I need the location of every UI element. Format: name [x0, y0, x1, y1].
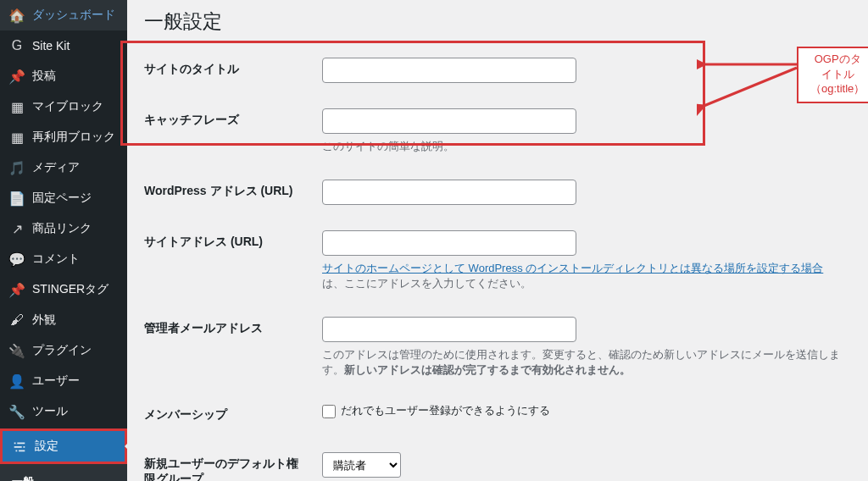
site-title-label: サイトのタイトル	[144, 45, 314, 96]
nav-label: 固定ページ	[32, 191, 92, 206]
callout-line2: （og:title）	[810, 81, 865, 97]
settings-form-table: サイトのタイトル キャッチフレーズ このサイトの簡単な説明。 WordPress…	[144, 45, 851, 481]
nav-sitekit[interactable]: GSite Kit	[0, 30, 127, 61]
tagline-input[interactable]	[322, 108, 576, 134]
nav-tools[interactable]: 🔧ツール	[0, 396, 127, 427]
nav-settings[interactable]: 設定	[3, 431, 125, 462]
nav-label: 設定	[35, 439, 58, 454]
settings-submenu: 一般 投稿設定 表示設定	[0, 464, 127, 481]
nav-label: 投稿	[32, 69, 56, 84]
nav-comments[interactable]: 💬コメント	[0, 244, 127, 274]
pin-icon: 📌	[8, 68, 25, 85]
nav-label: コメント	[32, 252, 80, 267]
membership-label: メンバーシップ	[144, 390, 314, 440]
nav-label: STINGERタグ	[32, 282, 108, 297]
wpurl-input[interactable]	[322, 180, 576, 205]
nav-users[interactable]: 👤ユーザー	[0, 366, 127, 396]
siteurl-desc-after: は、ここにアドレスを入力してください。	[322, 277, 531, 290]
page-icon: 📄	[8, 190, 25, 207]
nav-label: メディア	[32, 160, 80, 175]
user-icon: 👤	[8, 373, 25, 390]
brush-icon: 🖌	[8, 312, 25, 329]
nav-label: ダッシュボード	[32, 8, 115, 23]
callout-line1: OGPのタイトル	[810, 52, 865, 81]
membership-checkbox[interactable]	[322, 405, 336, 418]
nav-plugins[interactable]: 🔌プラグイン	[0, 335, 127, 366]
grid-icon: ▦	[8, 129, 25, 146]
siteurl-input[interactable]	[322, 230, 576, 256]
nav-dashboard[interactable]: 🏠ダッシュボード	[0, 0, 127, 30]
admin-email-description: このアドレスは管理のために使用されます。変更すると、確認のため新しいアドレスにメ…	[322, 347, 843, 378]
media-icon: 🎵	[8, 159, 25, 176]
page-title: 一般設定	[144, 0, 851, 45]
sitekit-icon: G	[8, 37, 25, 54]
membership-text: だれでもユーザー登録ができるようにする	[341, 404, 550, 417]
tagline-label: キャッチフレーズ	[144, 96, 314, 167]
plugin-icon: 🔌	[8, 342, 25, 359]
admin-sidebar: 🏠ダッシュボード GSite Kit 📌投稿 ▦マイブロック ▦再利用ブロック …	[0, 0, 127, 481]
annotation-callout: OGPのタイトル （og:title）	[797, 47, 868, 103]
nav-label: 商品リンク	[32, 221, 92, 236]
nav-reusable[interactable]: ▦再利用ブロック	[0, 122, 127, 152]
nav-label: プラグイン	[32, 343, 92, 358]
nav-label: マイブロック	[32, 99, 103, 114]
submenu-general[interactable]: 一般	[0, 469, 127, 481]
dashboard-icon: 🏠	[8, 7, 25, 24]
default-role-select[interactable]: 購読者	[322, 452, 401, 478]
nav-label: 外観	[32, 312, 56, 328]
nav-product[interactable]: ↗商品リンク	[0, 213, 127, 244]
nav-pages[interactable]: 📄固定ページ	[0, 183, 127, 213]
nav-label: ツール	[32, 404, 68, 419]
site-title-input[interactable]	[322, 58, 576, 83]
settings-sliders-icon	[11, 438, 28, 455]
siteurl-help-link[interactable]: サイトのホームページとして WordPress のインストールディレクトリとは異…	[322, 262, 823, 274]
nav-myblock[interactable]: ▦マイブロック	[0, 91, 127, 122]
siteurl-description: サイトのホームページとして WordPress のインストールディレクトリとは異…	[322, 261, 843, 291]
nav-label: Site Kit	[32, 39, 70, 53]
nav-label: ユーザー	[32, 373, 80, 389]
link-icon: ↗	[8, 220, 25, 237]
nav-stinger[interactable]: 📌STINGERタグ	[0, 274, 127, 305]
siteurl-label: サイトアドレス (URL)	[144, 218, 314, 304]
default-role-label: 新規ユーザーのデフォルト権限グループ	[144, 440, 314, 481]
comment-icon: 💬	[8, 251, 25, 268]
membership-checkbox-label[interactable]: だれでもユーザー登録ができるようにする	[322, 404, 550, 417]
wrench-icon: 🔧	[8, 403, 25, 420]
tagline-description: このサイトの簡単な説明。	[322, 139, 843, 154]
grid-icon: ▦	[8, 98, 25, 115]
nav-label: 再利用ブロック	[32, 130, 115, 145]
admin-email-input[interactable]	[322, 317, 576, 342]
admin-email-label: 管理者メールアドレス	[144, 304, 314, 390]
nav-appearance[interactable]: 🖌外観	[0, 305, 127, 335]
nav-posts[interactable]: 📌投稿	[0, 61, 127, 91]
nav-media[interactable]: 🎵メディア	[0, 152, 127, 183]
main-content: 一般設定 サイトのタイトル キャッチフレーズ このサイトの簡単な説明。 Word…	[127, 0, 868, 481]
pin-icon: 📌	[8, 281, 25, 298]
wpurl-label: WordPress アドレス (URL)	[144, 167, 314, 218]
